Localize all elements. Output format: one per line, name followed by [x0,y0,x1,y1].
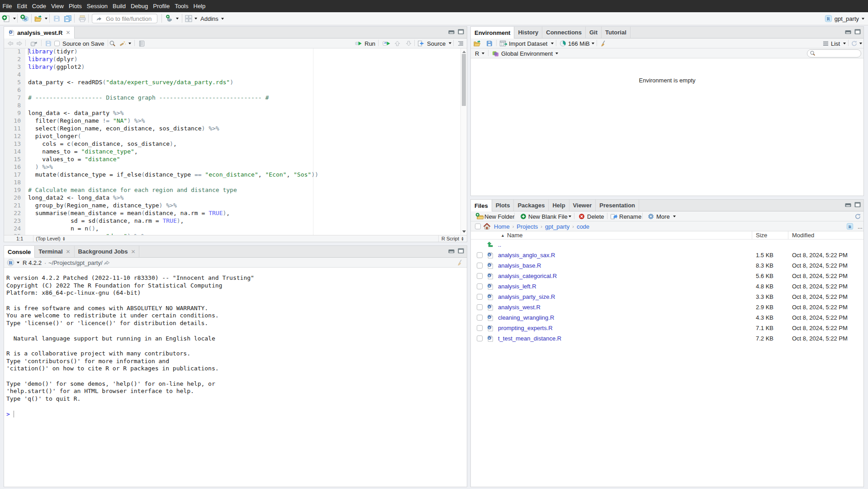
memory-usage-label[interactable]: 166 MiB [568,40,590,47]
environment-tab[interactable]: Connections [542,27,586,38]
global-environment-selector[interactable]: Global Environment [501,50,553,57]
new-blank-file-label[interactable]: New Blank File [528,213,568,220]
more-label[interactable]: More [656,213,670,220]
file-checkbox[interactable] [477,283,483,289]
back-icon[interactable] [7,41,14,46]
load-workspace-icon[interactable] [473,39,482,48]
source-button[interactable]: Source [417,40,451,47]
environment-tab[interactable]: Environment [471,27,514,38]
compile-report-icon[interactable] [138,40,145,47]
console-tab[interactable]: Console ✕ [4,246,35,258]
file-row[interactable]: analysis_anglo_sax.R 1.5 KB Oct 8, 2024,… [471,250,863,260]
file-name-link[interactable]: analysis_left.R [498,283,752,290]
language-selector[interactable]: R [475,50,479,57]
sort-ascending-icon[interactable]: ▲ [501,233,505,238]
environment-tab[interactable]: History [514,27,542,38]
workspace-panes-button[interactable] [185,14,193,23]
maximize-pane-icon[interactable] [854,29,861,34]
file-row[interactable]: analysis_categorical.R 5.6 KB Oct 8, 202… [471,271,863,281]
chevron-down-icon[interactable] [569,216,571,217]
file-name-link[interactable]: analysis_party_size.R [498,293,752,300]
select-all-checkbox[interactable] [475,223,481,229]
breadcrumb-ellipsis[interactable]: ... [858,223,863,230]
breadcrumb-folder[interactable]: code [577,223,589,230]
file-type-label[interactable]: R Script [441,236,459,241]
files-tab[interactable]: Plots [492,200,514,211]
share-icon[interactable] [104,260,110,265]
chevron-down-icon[interactable] [13,18,16,19]
menu-item[interactable]: Tools [172,0,191,12]
console-output[interactable]: R version 4.2.2 Patched (2022-11-10 r833… [4,268,467,487]
environment-tab[interactable]: Git [586,27,602,38]
import-dataset-label[interactable]: Import Dataset [509,40,547,47]
breadcrumb-projects[interactable]: Projects [517,223,538,230]
file-row[interactable]: analysis_left.R 4.8 KB Oct 8, 2024, 5:22… [471,281,863,292]
close-icon[interactable]: ✕ [66,249,71,255]
file-name-link[interactable]: analysis_categorical.R [498,273,752,279]
file-checkbox[interactable] [477,315,483,321]
file-checkbox[interactable] [477,263,483,268]
file-row[interactable]: t_test_mean_distance.R 7.2 KB Oct 8, 202… [471,333,863,344]
chevron-down-icon[interactable] [592,43,594,44]
forward-icon[interactable] [16,41,23,46]
print-button[interactable] [78,15,86,22]
maximize-pane-icon[interactable] [854,202,861,207]
run-button[interactable]: Run [355,40,375,47]
find-replace-icon[interactable] [109,40,116,47]
home-icon[interactable] [483,223,491,230]
document-outline-icon[interactable] [457,40,464,46]
file-row[interactable]: analysis_base.R 8.3 KB Oct 8, 2024, 5:22… [471,260,863,271]
open-in-new-window-icon[interactable] [30,40,38,47]
open-file-button[interactable] [34,14,43,23]
new-folder-label[interactable]: New Folder [484,213,514,220]
chevron-down-icon[interactable] [859,43,862,44]
file-name-link[interactable]: prompting_experts.R [498,325,752,331]
source-tab[interactable]: analysis_west.R ✕ [4,27,75,38]
environment-search-input[interactable] [807,49,861,58]
parent-directory-row[interactable]: .. [471,240,863,250]
save-source-icon[interactable] [45,40,52,47]
column-header-name[interactable]: Name [507,232,752,239]
files-tab[interactable]: Packages [514,200,549,211]
new-project-button[interactable] [20,14,29,23]
editor-scrollbar[interactable] [460,48,467,235]
environment-tab[interactable]: Tutorial [602,27,631,38]
go-prev-section-icon[interactable] [394,40,400,46]
project-selector[interactable]: gpt_party [825,15,864,23]
file-name-link[interactable]: cleaning_wrangling.R [498,314,752,321]
scrollbar-thumb[interactable] [462,54,466,106]
files-tab[interactable]: Presentation [596,200,639,211]
chevron-down-icon[interactable] [551,43,554,44]
minimize-pane-icon[interactable] [448,248,455,254]
menu-item[interactable]: Profile [151,0,172,12]
file-checkbox[interactable] [477,336,483,341]
menu-item[interactable]: Help [191,0,208,12]
code-editor[interactable]: 1 library(tidyr) 2 library(dplyr) 3 libr… [4,48,467,235]
code-tools-icon[interactable] [119,40,126,47]
menu-item[interactable]: Code [29,0,48,12]
file-checkbox[interactable] [477,273,483,279]
file-checkbox[interactable] [477,304,483,310]
source-on-save-checkbox[interactable] [54,41,60,46]
minimize-pane-icon[interactable] [845,202,851,207]
chevron-down-icon[interactable] [482,53,484,54]
menu-item[interactable]: Edit [14,0,29,12]
chevron-down-icon[interactable] [673,216,676,217]
chevron-down-icon[interactable] [17,262,19,264]
refresh-icon[interactable] [851,40,858,47]
menu-item[interactable]: Build [110,0,128,12]
menu-item[interactable]: Plots [66,0,84,12]
files-tab[interactable]: Help [549,200,569,211]
files-tab[interactable]: Viewer [569,200,596,211]
r-logo-icon[interactable] [7,259,14,266]
files-tab[interactable]: Files [471,200,492,211]
clear-console-icon[interactable] [457,259,464,266]
minimize-pane-icon[interactable] [448,29,455,34]
column-header-size[interactable]: Size [752,232,788,239]
close-icon[interactable]: ✕ [66,29,70,36]
breadcrumb-home[interactable]: Home [494,223,510,230]
rerun-icon[interactable] [382,40,391,46]
go-next-section-icon[interactable] [406,40,412,46]
file-row[interactable]: analysis_party_size.R 3.3 KB Oct 8, 2024… [471,292,863,302]
chevron-down-icon[interactable] [194,18,197,19]
